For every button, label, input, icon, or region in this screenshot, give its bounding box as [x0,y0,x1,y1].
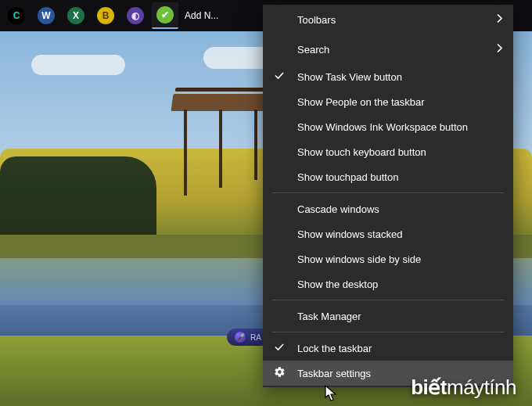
app-bird-icon: ◐ [127,7,144,24]
menu-item-label: Show the desktop [297,278,378,290]
app-excel[interactable]: X [63,2,89,29]
check-icon [274,70,285,84]
menu-item-task-manager[interactable]: Task Manager [263,304,513,329]
menu-item-label: Show windows stacked [297,228,402,240]
menu-item-label: Show windows side by side [297,253,421,265]
menu-item-label: Show Windows Ink Workspace button [297,121,468,133]
menu-item-show-touch-keyboard-button[interactable]: Show touch keyboard button [263,139,513,164]
app-addnew-icon: ✔ [156,6,174,23]
menu-item-lock-the-taskbar[interactable]: Lock the taskbar [263,336,513,361]
app-excel-icon: X [67,7,84,24]
menu-item-label: Cascade windows [297,203,379,215]
menu-item-search[interactable]: Search [263,34,513,64]
voice-pill-label: RA [250,333,261,342]
menu-separator [272,192,504,193]
taskbar-context-menu[interactable]: ToolbarsSearchShow Task View buttonShow … [263,5,513,387]
menu-item-label: Lock the taskbar [297,343,372,354]
menu-item-toolbars[interactable]: Toolbars [263,5,513,34]
menu-item-show-people-on-the-taskbar[interactable]: Show People on the taskbar [263,89,513,114]
app-b-icon: B [97,7,114,24]
app-word-icon: W [38,7,55,24]
menu-item-show-windows-side-by-side[interactable]: Show windows side by side [263,246,513,271]
app-addnew[interactable]: ✔ [152,2,178,29]
watermark: biếtmáytính [411,375,516,400]
menu-item-label: Show touch keyboard button [297,146,426,158]
menu-item-cascade-windows[interactable]: Cascade windows [263,196,513,221]
menu-item-label: Taskbar settings [297,368,371,379]
mic-icon: 🎤 [235,332,246,343]
menu-item-show-task-view-button[interactable]: Show Task View button [263,64,513,89]
menu-item-show-windows-stacked[interactable]: Show windows stacked [263,221,513,246]
app-coccoc-icon: C [8,7,25,24]
app-word[interactable]: W [33,2,59,29]
chevron-right-icon [496,44,502,56]
menu-separator [272,300,504,300]
menu-item-show-windows-ink-workspace-button[interactable]: Show Windows Ink Workspace button [263,114,513,139]
menu-item-show-the-desktop[interactable]: Show the desktop [263,271,513,296]
menu-item-show-touchpad-button[interactable]: Show touchpad button [263,164,513,189]
menu-item-label: Show Task View button [297,71,402,83]
app-coccoc[interactable]: C [3,2,30,29]
menu-item-label: Task Manager [297,311,361,322]
active-task-label: Add N... [185,10,218,21]
check-icon [274,342,285,355]
menu-item-label: Show People on the taskbar [297,96,425,108]
app-b[interactable]: B [92,2,119,29]
chevron-right-icon [496,14,502,26]
app-bird[interactable]: ◐ [122,2,149,29]
gear-icon [274,366,286,380]
menu-item-label: Show touchpad button [297,171,398,183]
menu-item-label: Toolbars [297,14,336,26]
menu-item-label: Search [297,44,329,56]
menu-separator [272,332,504,332]
